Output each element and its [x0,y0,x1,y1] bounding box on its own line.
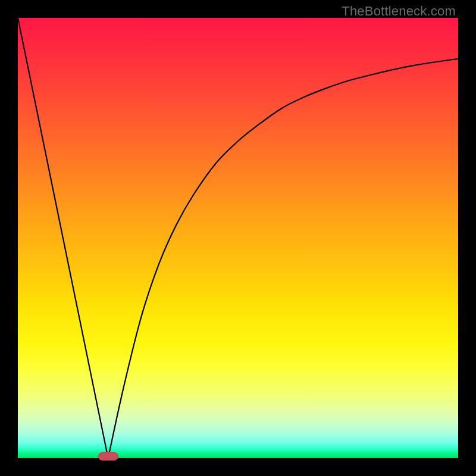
min-point-marker [98,452,118,461]
plot-area [18,18,458,458]
watermark-text: TheBottleneck.com [342,4,456,19]
chart-container: TheBottleneck.com [0,0,476,476]
curve-svg [18,18,458,458]
curve-path [18,18,458,458]
